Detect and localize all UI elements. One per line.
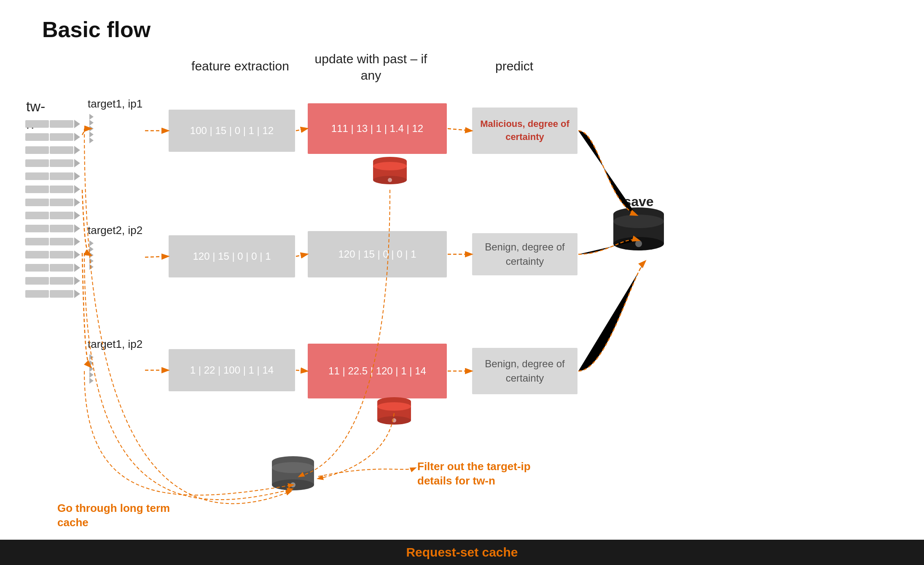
svg-point-16 [272,462,314,473]
feature-card-row2: 1 | 22 | 100 | 1 | 14 [169,349,295,391]
svg-point-17 [290,482,295,487]
update-header: update with past – if any [308,51,434,83]
center-db [270,455,316,498]
filter-label: Filter out the target-ip details for tw-… [417,460,561,488]
feature-card-row0: 100 | 15 | 0 | 1 | 12 [169,110,295,152]
db-row2 [375,396,413,430]
target-label-row1: target2, ip2 [88,223,142,238]
bottom-bar-label: Request-set cache [406,545,518,560]
db-row0 [371,156,409,190]
svg-line-28 [296,254,307,256]
bottom-bar: Request-set cache [0,540,924,565]
svg-line-31 [296,370,307,371]
page-title: Basic flow [42,17,150,42]
mini-packet-row1 [88,240,94,270]
target-label-row2: target1, ip2 [88,337,142,352]
svg-point-22 [613,215,664,228]
svg-line-27 [145,256,168,257]
feature-extraction-header: feature extraction [185,59,295,73]
predict-card-row0: Malicious, degree of certainty [472,108,578,154]
predict-card-row1: Benign, degree of certainty [472,233,578,275]
mini-packet-row2 [88,354,94,384]
update-card-row2: 11 | 22.5 | 120 | 1 | 14 [308,344,447,398]
svg-point-23 [635,240,642,247]
update-card-row1: 120 | 15 | 0 | 0 | 1 [308,231,447,277]
svg-point-10 [377,402,411,411]
mini-packet-row0 [88,114,94,143]
predict-header: predict [472,59,556,73]
cache-label: Go through long term cache [57,501,201,530]
svg-point-5 [388,178,392,182]
svg-point-4 [373,162,407,170]
predict-card-row2: Benign, degree of certainty [472,348,578,394]
feature-card-row1: 120 | 15 | 0 | 0 | 1 [169,235,295,277]
update-card-row0: 111 | 13 | 1 | 1.4 | 12 [308,103,447,154]
save-db [611,207,666,257]
save-label: save [611,194,666,210]
main-packet-stack [25,118,80,312]
svg-line-25 [296,129,307,131]
svg-point-11 [392,418,396,422]
svg-line-26 [448,129,471,131]
target-label-row0: target1, ip1 [88,97,142,111]
